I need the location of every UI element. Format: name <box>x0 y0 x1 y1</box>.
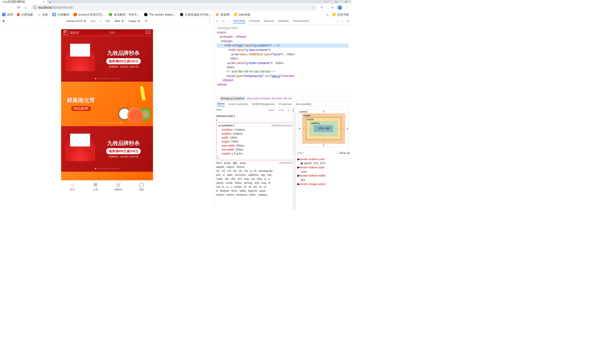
hero-time: 活动时间：2月26日~2月27日 <box>98 65 149 68</box>
devtools-menu-icon[interactable]: ⋮ <box>341 19 344 23</box>
hero-banner[interactable]: 九牧品牌秒杀 领券满999立减100元 活动时间：2月26日~2月27日 <box>61 36 153 82</box>
carousel-dots[interactable] <box>61 122 153 124</box>
device-height[interactable]: 667 <box>106 19 110 23</box>
chat-icon[interactable] <box>146 30 151 35</box>
reload-button[interactable]: ⟳ <box>16 5 21 9</box>
forward-button[interactable]: → <box>9 5 13 9</box>
computed-list[interactable]: ▶border-bottom-color rgb(93, 101, 107)▶b… <box>296 156 351 209</box>
rotate-icon[interactable]: ⟲ <box>144 19 147 23</box>
maximize-button[interactable]: ▢ <box>331 0 341 3</box>
reading-list-icon[interactable]: ≡ <box>330 5 334 9</box>
bookmark-item[interactable]: 百度地图 <box>17 13 33 17</box>
bookmark-item[interactable]: G谷歌 <box>37 13 48 17</box>
rule-source-link[interactable]: containers.scss:3 <box>271 123 292 127</box>
carousel-dots[interactable] <box>61 78 153 79</box>
tab-sources[interactable]: Sources <box>264 19 274 23</box>
show-all-checkbox[interactable]: Show all <box>337 151 350 155</box>
hero-banner[interactable]: 九牧品牌秒杀 领券满999立减100元 活动时间：2月26日~2月27日 <box>61 126 153 172</box>
bookmark-item[interactable]: Iconfont-阿里巴巴... <box>73 13 105 17</box>
dom-tree[interactable]: <!doctype html> <html> ▶<head>…</head> ▼… <box>214 25 351 96</box>
inspect-icon[interactable]: ⭑ <box>216 19 218 23</box>
fruit-images <box>118 108 150 123</box>
tab-title: Vue实现慕淘商城 <box>2 0 25 4</box>
more-tabs-icon[interactable]: » <box>337 19 338 23</box>
crumb-selected[interactable]: div#app.g-container <box>219 96 246 101</box>
device-menu-icon[interactable]: ⋮ <box>208 19 212 23</box>
computed-filter[interactable]: Filter <box>297 151 303 155</box>
device-toolbar: ▾ iPhone 6/7/8 ▼ 375 × 667 86% ▼ Online … <box>0 18 214 24</box>
bookmark-item[interactable]: 百度前端技术学院... <box>180 13 211 17</box>
throttling-select[interactable]: Online ▼ <box>128 19 140 23</box>
search-placeholder[interactable]: 搜索框 <box>70 31 79 35</box>
box-model[interactable]: position 0000 margin ---- border ---- <box>296 107 351 150</box>
chrome-menu-icon[interactable]: ⋮ <box>345 5 349 9</box>
new-rule-button[interactable]: + <box>286 107 291 112</box>
tab-profile[interactable]: ◯我的 <box>130 181 153 193</box>
tab-cart[interactable]: 🛒购物车 <box>107 181 130 193</box>
fruit-banner[interactable]: 鲜果闹元宵 59元选3件 <box>61 82 153 126</box>
device-width[interactable]: 375 <box>91 19 95 23</box>
responsive-icon[interactable]: ▾ <box>2 18 5 24</box>
hero-heading: 九牧品牌秒杀 <box>98 50 149 57</box>
tab-network[interactable]: Network <box>278 19 289 23</box>
emulated-phone[interactable]: 搜索框 title 九牧品牌秒杀 领券满999立减100元 活动时间：2月26日… <box>61 29 153 193</box>
minimize-button[interactable]: ─ <box>321 0 331 3</box>
hov-toggle[interactable]: :hov <box>265 107 276 112</box>
bookmark-item[interactable]: 菜鸟教程 - 学的不... <box>109 13 140 17</box>
device-mode-icon[interactable]: ▭ <box>222 19 225 23</box>
selected-dom-node[interactable]: ⋯▼<div id="app" class="g-container"> == … <box>217 43 349 48</box>
tab-category[interactable]: ⊞分类 <box>84 181 107 193</box>
home-button[interactable]: ⌂ <box>24 5 28 9</box>
bookmark-item[interactable]: The world's leadin... <box>144 13 176 16</box>
rule-source-link[interactable]: _reset.scss:1 <box>278 161 293 164</box>
crumb[interactable]: div.g-view-container <box>247 97 271 100</box>
subtab-dom-breakpoints[interactable]: DOM Breakpoints <box>252 102 275 106</box>
bookmarks-overflow[interactable]: » <box>327 13 328 16</box>
browser-tab[interactable]: Vue实现慕淘商城 × <box>0 0 47 3</box>
styles-filter-input[interactable] <box>214 108 265 111</box>
window-controls: ─ ▢ ✕ <box>321 0 351 3</box>
user-icon: ◯ <box>139 182 144 187</box>
tab-strip: Vue实现慕淘商城 × + ─ ▢ ✕ <box>0 0 351 3</box>
crumb[interactable]: div.home <box>272 97 283 100</box>
other-bookmarks[interactable]: 其他书签 <box>332 13 349 17</box>
subtab-event-listeners[interactable]: Event Listeners <box>229 102 248 106</box>
hero-cta: 领券满999立减100元 <box>106 58 141 64</box>
tab-home[interactable]: ⌂首页 <box>61 181 84 193</box>
css-rules-panel[interactable]: element.style { } containers.scss:3 .g-c… <box>214 113 296 209</box>
close-tab-icon[interactable]: × <box>43 0 44 4</box>
back-button[interactable]: ← <box>2 5 6 9</box>
tab-elements[interactable]: Elements <box>233 19 245 23</box>
bookmark-item[interactable]: 🔥慕课网 <box>216 13 230 17</box>
hero-product-image <box>65 137 95 161</box>
cls-toggle[interactable]: .cls <box>276 107 286 112</box>
device-emulator-pane: ▾ iPhone 6/7/8 ▼ 375 × 667 86% ▼ Online … <box>0 18 214 209</box>
scan-icon[interactable] <box>64 31 68 35</box>
tab-console[interactable]: Console <box>249 19 260 23</box>
bookmark-item[interactable]: web前端 <box>234 13 250 17</box>
subtab-styles[interactable]: Styles <box>217 102 224 106</box>
bookmark-item[interactable]: 译百度翻译 <box>52 13 69 17</box>
apps-button[interactable]: ⋮⋮ 应用 <box>2 13 13 17</box>
device-select[interactable]: iPhone 6/7/8 ▼ <box>67 19 86 23</box>
address-bar[interactable]: i localhost :8080/#/home ☆ <box>31 4 317 10</box>
crumb[interactable]: div <box>288 97 292 100</box>
subtab-properties[interactable]: Properties <box>279 102 292 106</box>
bookmark-star-icon[interactable]: ☆ <box>311 5 315 10</box>
close-window-button[interactable]: ✕ <box>341 0 351 3</box>
tab-performance[interactable]: Performance <box>293 19 309 23</box>
site-info-icon[interactable]: i <box>33 6 37 9</box>
cursor-ext-icon[interactable]: ↖ <box>320 5 324 9</box>
browser-toolbar: ← → ⟳ ⌂ i localhost :8080/#/home ☆ ↖ ≡ ⋮ <box>0 3 351 11</box>
crumb[interactable]: … <box>216 97 218 100</box>
bottom-tab-bar: ⌂首页 ⊞分类 🛒购物车 ◯我的 <box>61 180 153 192</box>
bookmarks-bar: ⋮⋮ 应用 百度地图 G谷歌 译百度翻译 Iconfont-阿里巴巴... 菜鸟… <box>0 11 351 18</box>
extension-icons: ↖ ≡ ⋮ <box>320 5 349 10</box>
styles-subtabs: Styles Event Listeners DOM Breakpoints P… <box>214 101 351 107</box>
profile-avatar[interactable] <box>337 5 342 10</box>
crumb[interactable]: div <box>284 97 287 100</box>
subtab-accessibility[interactable]: Accessibility <box>296 102 312 106</box>
zoom-select[interactable]: 86% ▼ <box>115 19 124 23</box>
banana-image <box>140 86 146 101</box>
devtools-close-icon[interactable]: ✕ <box>347 19 349 23</box>
